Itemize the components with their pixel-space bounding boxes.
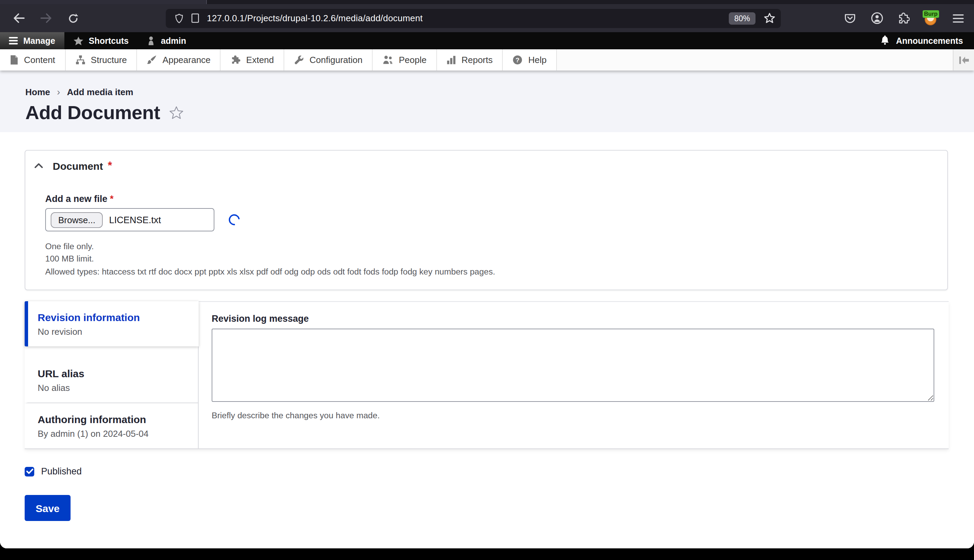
back-button[interactable]	[8, 8, 29, 28]
tab-label: Revision information	[38, 312, 189, 323]
menu-item-people[interactable]: People	[373, 49, 437, 70]
burp-extension-button[interactable]: Burp	[923, 11, 939, 26]
menu-item-reports[interactable]: Reports	[437, 49, 503, 70]
url-bar[interactable]: 127.0.0.1/Projects/drupal-10.2.6/media/a…	[166, 8, 781, 28]
toolbar-item-announcements[interactable]: Announcements	[869, 32, 974, 49]
structure-icon	[75, 55, 85, 65]
bell-icon	[880, 35, 890, 47]
published-checkbox[interactable]	[25, 467, 34, 477]
account-button[interactable]	[869, 11, 884, 26]
help-icon: ?	[513, 55, 523, 65]
drupal-admin-toolbar: Manage Shortcuts admin	[0, 32, 974, 49]
svg-text:?: ?	[516, 57, 520, 64]
toolbar-item-label: Announcements	[896, 36, 963, 45]
account-icon	[870, 12, 883, 25]
hamburger-icon	[953, 13, 964, 23]
page-info-icon[interactable]	[190, 13, 200, 23]
toolbar-item-label: Manage	[23, 36, 55, 45]
browser-window: 127.0.0.1/Projects/drupal-10.2.6/media/a…	[0, 0, 974, 548]
breadcrumb-separator: ›	[57, 86, 60, 97]
page-title: Add Document	[25, 102, 160, 124]
tab-segment	[0, 0, 206, 4]
menu-item-configuration[interactable]: Configuration	[284, 49, 373, 70]
zoom-level-badge[interactable]: 80%	[729, 12, 755, 24]
save-button[interactable]: Save	[25, 495, 70, 521]
revision-log-textarea[interactable]	[212, 329, 934, 402]
tab-authoring-information[interactable]: Authoring information By admin (1) on 20…	[25, 403, 198, 449]
tab-label: URL alias	[38, 368, 188, 380]
published-label[interactable]: Published	[41, 467, 82, 477]
revision-log-description: Briefly describe the changes you have ma…	[212, 411, 934, 421]
vertical-tabs-menu: Revision information No revision URL ali…	[25, 302, 199, 449]
menu-item-help[interactable]: ? Help	[503, 49, 557, 70]
shortcuts-star-icon	[73, 36, 83, 45]
required-marker: *	[108, 160, 112, 172]
flag-page-star-button[interactable]	[169, 106, 183, 120]
shield-icon[interactable]	[174, 13, 184, 23]
menu-item-label: Configuration	[310, 55, 363, 65]
menu-item-content[interactable]: Content	[0, 49, 65, 70]
menu-item-structure[interactable]: Structure	[65, 49, 137, 70]
help-line: Allowed types: htaccess txt rtf doc docx…	[45, 267, 928, 277]
file-upload-input[interactable]: Browse... LICENSE.txt	[45, 208, 214, 232]
breadcrumb-home-link[interactable]: Home	[25, 87, 50, 97]
reload-button[interactable]	[63, 8, 84, 28]
revision-information-pane: Revision log message Briefly describe th…	[199, 302, 949, 449]
pocket-button[interactable]	[842, 11, 857, 26]
back-icon	[13, 13, 24, 23]
url-text[interactable]: 127.0.0.1/Projects/drupal-10.2.6/media/a…	[207, 13, 729, 23]
toolbar-right-cluster: Burp	[842, 11, 966, 26]
tab-divider	[206, 0, 207, 4]
toolbar-item-user[interactable]: admin	[138, 32, 195, 49]
extension-badge: Burp	[923, 10, 939, 17]
menu-item-extend[interactable]: Extend	[221, 49, 284, 70]
extensions-button[interactable]	[896, 11, 911, 26]
star-outline-icon	[169, 106, 183, 120]
tab-summary: No alias	[38, 383, 188, 393]
main-content: Document * Add a new file * Browse... LI…	[0, 132, 974, 548]
breadcrumb-current: Add media item	[67, 87, 134, 97]
page-header: Home › Add media item Add Document	[0, 70, 974, 132]
menu-item-label: People	[399, 55, 426, 65]
tab-summary: No revision	[38, 327, 189, 337]
file-field-label: Add a new file	[45, 194, 107, 204]
tab-url-alias[interactable]: URL alias No alias	[25, 358, 198, 403]
file-field-description: One file only. 100 MB limit. Allowed typ…	[45, 242, 928, 277]
reload-icon	[68, 13, 79, 23]
menu-item-label: Extend	[246, 55, 274, 65]
document-fieldset: Document * Add a new file * Browse... LI…	[25, 150, 948, 291]
chevron-up-icon	[34, 163, 43, 168]
fieldset-legend-label: Document	[53, 160, 103, 172]
appearance-icon	[147, 55, 157, 65]
reports-chart-icon	[446, 55, 456, 65]
drupal-admin-menu: Content Structure Appearance	[0, 49, 974, 70]
forward-icon	[40, 13, 52, 23]
browse-button[interactable]: Browse...	[51, 212, 103, 228]
menu-item-label: Appearance	[163, 55, 211, 65]
configuration-wrench-icon	[294, 55, 304, 65]
people-icon	[382, 55, 393, 65]
menu-item-label: Help	[528, 55, 547, 65]
content-icon	[10, 55, 18, 65]
menu-item-label: Reports	[461, 55, 493, 65]
revision-log-label: Revision log message	[212, 314, 934, 324]
bookmark-star-icon	[764, 12, 775, 24]
toolbar-item-shortcuts[interactable]: Shortcuts	[64, 32, 138, 49]
manage-hamburger-icon	[9, 37, 18, 45]
bookmark-star-button[interactable]	[764, 12, 775, 24]
toolbar-item-label: admin	[161, 36, 186, 45]
tab-revision-information[interactable]: Revision information No revision	[25, 302, 199, 347]
collapse-left-icon	[959, 56, 969, 64]
menu-item-appearance[interactable]: Appearance	[137, 49, 221, 70]
tab-strip	[0, 0, 974, 4]
user-icon	[147, 36, 155, 45]
document-fieldset-legend[interactable]: Document *	[34, 160, 928, 172]
menu-button[interactable]	[951, 11, 966, 26]
forward-button[interactable]	[36, 8, 56, 28]
pocket-icon	[844, 12, 856, 24]
help-line: One file only.	[45, 242, 928, 252]
help-line: 100 MB limit.	[45, 254, 928, 265]
toolbar-item-manage[interactable]: Manage	[0, 32, 64, 49]
browser-toolbar: 127.0.0.1/Projects/drupal-10.2.6/media/a…	[0, 4, 974, 32]
toolbar-orientation-toggle[interactable]	[953, 49, 974, 70]
